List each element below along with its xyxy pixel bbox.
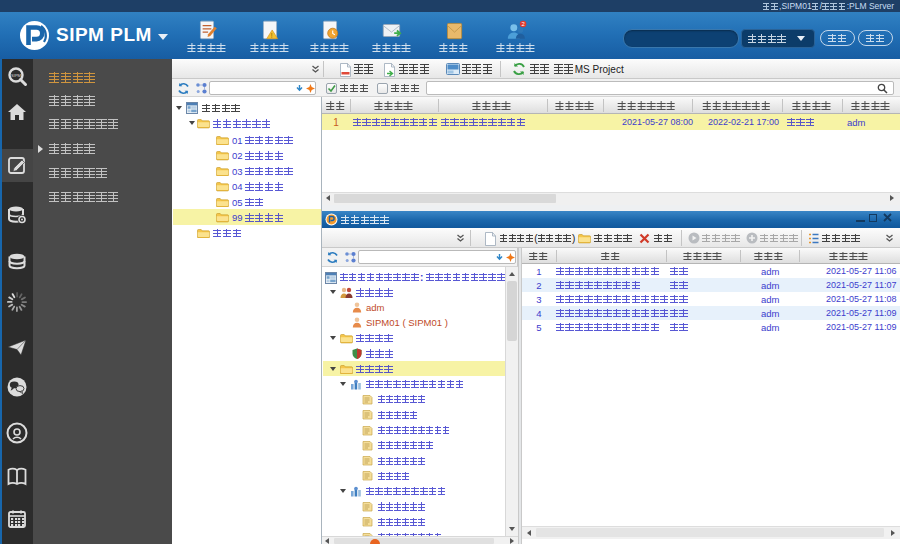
- svg-text:SIPM: SIPM: [11, 73, 21, 78]
- svg-text:2: 2: [521, 21, 524, 27]
- svg-text:!: !: [271, 32, 273, 39]
